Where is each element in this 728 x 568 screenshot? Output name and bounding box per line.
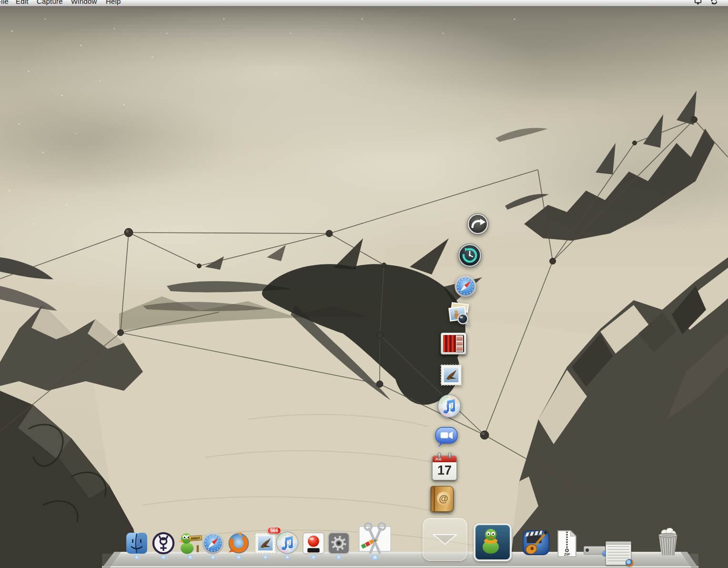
running-indicator — [284, 555, 291, 559]
framed-duck-icon[interactable] — [474, 523, 512, 561]
gears-icon[interactable] — [326, 530, 352, 556]
itunes-cd-note-icon[interactable] — [435, 392, 463, 420]
scissors-capture-icon[interactable] — [357, 521, 393, 557]
zip-text: ZIP — [553, 552, 581, 557]
ical-calendar-icon[interactable]: JUL 17 — [432, 456, 457, 480]
running-indicator — [335, 555, 342, 559]
running-indicator — [262, 555, 269, 559]
mail-stamp-icon[interactable] — [438, 362, 464, 388]
mercury-symbol-icon[interactable] — [151, 530, 176, 556]
minimized-window-icon[interactable] — [584, 546, 606, 555]
running-indicator — [187, 555, 193, 559]
calendar-pin — [448, 453, 451, 458]
photo-booth-inner — [443, 335, 464, 352]
calendar-pin — [438, 453, 441, 458]
menu-capture[interactable]: Capture — [37, 0, 63, 5]
record-button-icon[interactable] — [301, 530, 326, 556]
display-icon[interactable] — [694, 0, 702, 5]
safari-compass-icon[interactable] — [200, 530, 226, 556]
preview-photos-loupe-icon[interactable] — [446, 301, 472, 327]
running-indicator — [160, 555, 167, 559]
ichat-bubble-camera-icon[interactable] — [433, 423, 460, 450]
ical-day: 17 — [433, 462, 456, 479]
trash-full-icon[interactable] — [654, 528, 682, 558]
show-in-finder-icon[interactable] — [465, 212, 490, 236]
photo-strip — [456, 335, 463, 352]
running-indicator — [133, 555, 140, 559]
running-indicator — [235, 555, 242, 559]
stack-open-down-arrow-icon[interactable] — [423, 518, 467, 561]
menu-edit[interactable]: Edit — [16, 0, 29, 5]
minimized-firefox-window-icon[interactable] — [606, 541, 631, 565]
sync-arrows-icon[interactable] — [710, 0, 718, 5]
window-control-dot — [586, 548, 589, 552]
safari-compass-icon[interactable] — [453, 274, 478, 299]
running-indicator — [370, 555, 380, 560]
running-indicator — [210, 555, 216, 559]
time-machine-icon[interactable] — [456, 242, 483, 269]
running-indicator — [310, 555, 317, 559]
window-titlebar — [606, 542, 631, 545]
red-curtain — [443, 335, 457, 352]
desktop: File Edit Capture Window Help Show in Fi… — [0, 0, 728, 568]
zip-file-icon[interactable]: ZIP — [553, 529, 581, 558]
down-triangle-icon — [433, 534, 457, 545]
menu-window[interactable]: Window — [71, 0, 97, 5]
wallpaper-art — [0, 0, 728, 568]
menu-help[interactable]: Help — [106, 0, 121, 5]
photo-booth-curtain-icon[interactable] — [441, 333, 466, 355]
ical-month: JUL — [433, 456, 456, 462]
menu-file[interactable]: File — [0, 0, 9, 5]
firefox-icon[interactable] — [226, 530, 252, 556]
finder-icon[interactable] — [124, 530, 150, 556]
clapper-guitar-icon[interactable] — [521, 528, 551, 558]
itunes-cd-note-icon[interactable] — [274, 529, 301, 556]
menu-bar: File Edit Capture Window Help — [0, 0, 728, 7]
firefox-badge-icon — [626, 559, 633, 567]
